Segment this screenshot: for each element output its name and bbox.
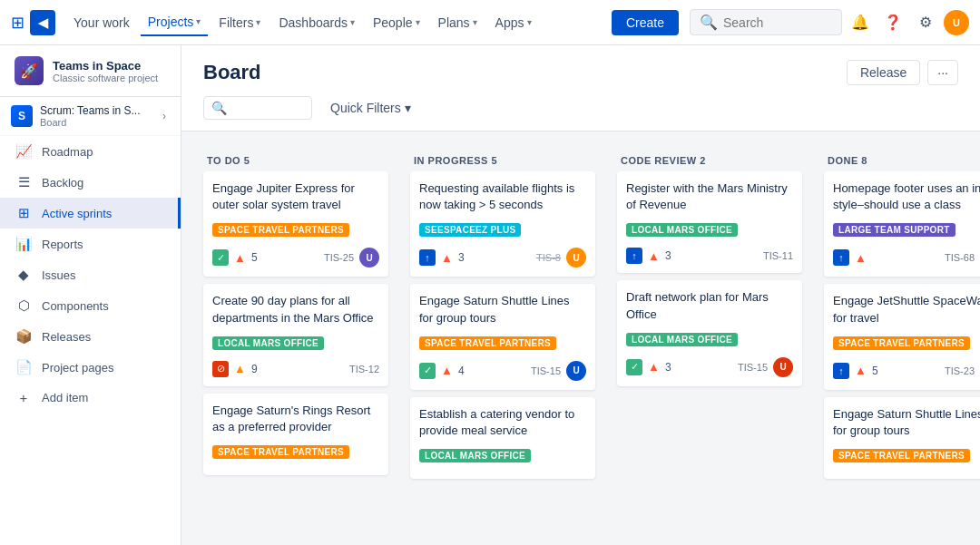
priority-high-icon: ▲ (234, 251, 246, 265)
board-card[interactable]: Engage Saturn Shuttle Lines for group to… (824, 397, 980, 479)
status-blocked-icon: ⊘ (212, 361, 229, 377)
issues-icon: ◆ (15, 267, 33, 283)
jira-logo-text: ◀ (38, 15, 48, 30)
search-icon: 🔍 (700, 14, 718, 31)
board-area: Board Release ··· 🔍 Quick Filters ▾ TO D… (181, 45, 980, 545)
card-label: LARGE TEAM SUPPORT (833, 223, 956, 237)
search-box[interactable]: 🔍 (690, 9, 842, 35)
sidebar-project-header: 🚀 Teams in Space Classic software projec… (0, 45, 181, 97)
sidebar-item-backlog[interactable]: ☰ Backlog (0, 167, 181, 198)
releases-icon: 📦 (15, 328, 33, 345)
card-title: Engage JetShuttle SpaceWays for travel (833, 293, 980, 326)
sidebar-scrum-item[interactable]: S Scrum: Teams in S... Board › (0, 97, 181, 136)
nav-plans[interactable]: Plans ▾ (431, 10, 485, 35)
nav-dashboards[interactable]: Dashboards ▾ (271, 10, 362, 35)
card-title: Create 90 day plans for all departments … (212, 293, 379, 326)
card-footer: ↑▲TIS-68U (833, 248, 980, 268)
card-title: Requesting available flights is now taki… (419, 180, 586, 213)
card-story-points: 5 (251, 251, 258, 264)
status-done-icon: ✓ (212, 249, 229, 266)
release-button[interactable]: Release (847, 60, 920, 85)
main-layout: 🚀 Teams in Space Classic software projec… (0, 45, 980, 545)
card-id: TIS-15 (738, 362, 768, 373)
nav-projects[interactable]: Projects ▾ (141, 9, 209, 36)
column-codereview: CODE REVIEW 2Register with the Mars Mini… (610, 146, 809, 394)
scrum-icon: S (11, 105, 33, 127)
sidebar-item-reports[interactable]: 📊 Reports (0, 229, 181, 259)
priority-high-icon: ▲ (855, 251, 867, 265)
card-label: LOCAL MARS OFFICE (626, 333, 738, 346)
filters-chevron-icon: ▾ (256, 17, 260, 27)
card-title: Draft network plan for Mars Office (626, 289, 793, 322)
board-columns: TO DO 5Engage Jupiter Express for outer … (181, 131, 980, 545)
card-label: LOCAL MARS OFFICE (626, 223, 738, 237)
card-story-points: 3 (665, 361, 671, 374)
column-done: DONE 8Homepage footer uses an inline sty… (817, 146, 980, 486)
board-card[interactable]: Engage JetShuttle SpaceWays for travelSP… (824, 284, 980, 389)
card-title: Engage Jupiter Express for outer solar s… (212, 180, 379, 213)
nav-apps[interactable]: Apps ▾ (488, 10, 539, 35)
sidebar-item-project-pages[interactable]: 📄 Project pages (0, 352, 181, 383)
board-search-icon: 🔍 (211, 101, 227, 115)
help-button[interactable]: ❓ (878, 8, 907, 37)
create-button[interactable]: Create (612, 10, 679, 35)
sidebar-item-issues[interactable]: ◆ Issues (0, 259, 181, 290)
card-id: TIS-8 (536, 252, 561, 263)
jira-logo: ◀ (30, 10, 55, 35)
card-footer: ↑▲3TIS-11 (626, 248, 793, 264)
card-footer: ↑▲5TIS-23U (833, 361, 980, 381)
project-icon: 🚀 (15, 56, 44, 85)
status-inprogress-icon: ↑ (833, 363, 849, 379)
card-story-points: 4 (458, 365, 465, 377)
nav-your-work[interactable]: Your work (66, 10, 137, 35)
bell-icon: 🔔 (851, 14, 869, 31)
priority-high-icon: ▲ (441, 251, 453, 265)
quick-filters-chevron-icon: ▾ (405, 101, 411, 115)
settings-button[interactable]: ⚙ (911, 8, 940, 37)
help-icon: ❓ (884, 14, 902, 31)
board-card[interactable]: Engage Saturn's Rings Resort as a prefer… (203, 394, 388, 475)
sidebar: 🚀 Teams in Space Classic software projec… (0, 45, 181, 545)
column-todo: TO DO 5Engage Jupiter Express for outer … (196, 146, 396, 482)
card-footer: ✓▲4TIS-15U (419, 361, 586, 381)
board-card[interactable]: Engage Jupiter Express for outer solar s… (203, 171, 388, 277)
add-item-icon: + (15, 390, 33, 405)
column-inprogress: IN PROGRESS 5Requesting available flight… (403, 146, 603, 486)
card-title: Engage Saturn Shuttle Lines for group to… (419, 293, 586, 326)
card-footer: ⊘▲9TIS-12 (212, 361, 379, 377)
sidebar-item-releases[interactable]: 📦 Releases (0, 321, 181, 352)
nav-logo[interactable]: ⊞ ◀ (11, 10, 55, 35)
notifications-button[interactable]: 🔔 (846, 8, 875, 37)
nav-filters[interactable]: Filters ▾ (211, 10, 268, 35)
status-done-icon: ✓ (419, 363, 436, 379)
sidebar-item-add-item[interactable]: + Add item (0, 383, 181, 413)
user-avatar[interactable]: U (944, 10, 969, 35)
board-card[interactable]: Homepage footer uses an inline style–sho… (824, 171, 980, 277)
project-pages-icon: 📄 (15, 359, 33, 375)
card-title: Establish a catering vendor to provide m… (419, 406, 586, 439)
nav-people[interactable]: People ▾ (366, 10, 427, 35)
search-input[interactable] (723, 15, 832, 30)
board-card[interactable]: Establish a catering vendor to provide m… (410, 397, 595, 479)
sidebar-item-roadmap[interactable]: 📈 Roadmap (0, 136, 181, 167)
board-card[interactable]: Create 90 day plans for all departments … (203, 284, 388, 385)
priority-high-icon: ▲ (648, 249, 660, 263)
card-footer: ✓▲3TIS-15U (626, 357, 793, 377)
card-title: Engage Saturn Shuttle Lines for group to… (833, 406, 980, 439)
card-label: SEESPACEEZ PLUS (419, 223, 521, 237)
scrum-sub: Board (40, 117, 155, 128)
card-label: LOCAL MARS OFFICE (419, 449, 531, 462)
quick-filters-button[interactable]: Quick Filters ▾ (323, 97, 418, 119)
card-title: Engage Saturn's Rings Resort as a prefer… (212, 403, 379, 435)
board-card[interactable]: Requesting available flights is now taki… (410, 171, 595, 277)
sidebar-item-components[interactable]: ⬡ Components (0, 290, 181, 321)
board-card[interactable]: Engage Saturn Shuttle Lines for group to… (410, 284, 595, 389)
board-card[interactable]: Register with the Mars Ministry of Reven… (617, 171, 802, 273)
priority-medium-icon: ▲ (234, 362, 246, 375)
projects-chevron-icon: ▾ (196, 16, 201, 26)
sidebar-item-active-sprints[interactable]: ⊞ Active sprints (0, 198, 181, 229)
apps-chevron-icon: ▾ (527, 17, 532, 27)
more-options-button[interactable]: ··· (927, 60, 958, 85)
board-card[interactable]: Draft network plan for Mars OfficeLOCAL … (617, 280, 802, 385)
board-search[interactable]: 🔍 (203, 96, 312, 120)
